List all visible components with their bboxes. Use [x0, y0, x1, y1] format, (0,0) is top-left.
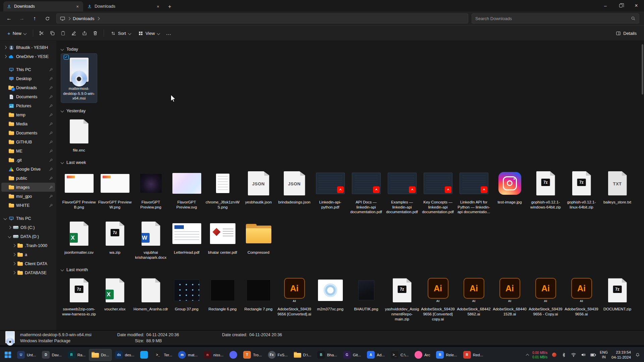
- battery-icon[interactable]: [590, 352, 596, 358]
- share-button[interactable]: [79, 27, 90, 39]
- file-tile[interactable]: Group 37.png: [169, 274, 205, 313]
- new-button[interactable]: + New: [4, 27, 30, 39]
- file-tile[interactable]: Homem_Aranha.cdr: [133, 274, 169, 313]
- file-tile[interactable]: Rectangle 7.png: [240, 274, 276, 313]
- taskbar-item-vscode[interactable]: [138, 349, 151, 361]
- back-button[interactable]: ←: [3, 13, 15, 24]
- taskbar-item-rambox[interactable]: RRa...: [65, 349, 88, 361]
- file-tile[interactable]: AiAIAdobeStock_594399656 [Converted] cop…: [420, 274, 456, 323]
- hidden-icons-chevron[interactable]: [526, 354, 529, 357]
- wifi-icon[interactable]: [571, 352, 577, 358]
- file-tile[interactable]: Examples — linkedin-api documentation.pd…: [384, 167, 420, 216]
- volume-icon[interactable]: [580, 352, 586, 358]
- sidebar-item-msi-gpo[interactable]: msi_gpo: [1, 192, 55, 201]
- tab-close-icon[interactable]: ×: [155, 3, 161, 9]
- new-tab-button[interactable]: +: [165, 2, 174, 11]
- sidebar-item-github[interactable]: GITHUB: [1, 137, 55, 146]
- file-tile[interactable]: AiAIAdobeStock_594399656 [Converted].ai: [276, 274, 312, 318]
- search-input[interactable]: [475, 16, 631, 21]
- pin-icon[interactable]: [49, 131, 53, 135]
- chevron-right-icon[interactable]: [12, 244, 16, 247]
- file-tile[interactable]: ✓mattermost-desktop-5.9.0-win-x64.msi: [61, 54, 97, 103]
- file-tile[interactable]: Key Concepts — linkedin-api documentatio…: [420, 167, 456, 216]
- pin-icon[interactable]: [49, 167, 53, 171]
- chevron-right-icon[interactable]: [12, 271, 16, 275]
- sort-button[interactable]: Sort: [107, 27, 134, 39]
- pin-icon[interactable]: [49, 140, 53, 144]
- pin-icon[interactable]: [49, 95, 53, 99]
- copy-button[interactable]: [47, 27, 57, 39]
- sidebar-item-temp[interactable]: temp: [1, 110, 55, 119]
- close-button[interactable]: ×: [629, 0, 644, 11]
- file-tile[interactable]: JSONbrindadesings.json: [276, 167, 312, 206]
- file-tile[interactable]: LinkedIn API for Python — linkedin-api d…: [456, 167, 492, 216]
- taskbar-item-davinci[interactable]: DDav...: [39, 349, 64, 361]
- pin-icon[interactable]: [49, 68, 53, 72]
- pin-icon[interactable]: [49, 203, 53, 207]
- file-tile[interactable]: 7zwa.zip: [97, 218, 133, 257]
- explorer-tab[interactable]: Downloads×: [84, 1, 164, 11]
- group-header[interactable]: Last week: [61, 158, 642, 167]
- notification-bell-icon[interactable]: [635, 352, 641, 358]
- tray-app-icon[interactable]: [551, 352, 557, 358]
- file-tile[interactable]: 7zgophish-v0.12.1-linux-64bit.zip: [564, 167, 599, 211]
- taskbar-item-fxsound[interactable]: FxFxS...: [265, 349, 290, 361]
- file-tile[interactable]: 7zgophish-v0.12.1-windows-64bit.zip: [528, 167, 564, 211]
- taskbar-item-release[interactable]: RRele...: [433, 349, 460, 361]
- more-options-button[interactable]: …: [164, 27, 174, 39]
- file-tile[interactable]: Rectangle 6.png: [205, 274, 240, 313]
- group-header[interactable]: Last month: [61, 265, 642, 274]
- sidebar-item-public[interactable]: public: [1, 174, 55, 183]
- file-tile[interactable]: m2m377xc.png: [312, 274, 348, 313]
- file-tile[interactable]: 7zyashvidotdev_AssignmentRepo-main.zip: [384, 274, 420, 323]
- file-tile[interactable]: AiAIAdobeStock_594399656.ai: [564, 274, 599, 318]
- tree-item--trash-1000[interactable]: .Trash-1000: [1, 241, 55, 250]
- file-tile[interactable]: Xvoucher.xlsx: [97, 274, 133, 313]
- chevron-right-icon[interactable]: [4, 55, 7, 58]
- pin-icon[interactable]: [49, 86, 53, 90]
- taskbar-item-mattermost[interactable]: mmat...: [175, 349, 200, 361]
- pin-icon[interactable]: [49, 158, 53, 162]
- file-tile[interactable]: Linkedin-api-python.pdf: [312, 167, 348, 211]
- breadcrumb-downloads[interactable]: Downloads: [73, 16, 94, 21]
- taskbar-item-terminal[interactable]: >_Ter...: [151, 349, 175, 361]
- taskbar-item-adobe[interactable]: AAd...: [364, 349, 387, 361]
- chevron-right-icon[interactable]: [4, 46, 7, 49]
- tree-item-a[interactable]: a: [1, 250, 55, 259]
- pin-icon[interactable]: [49, 149, 53, 153]
- file-tile[interactable]: file.enc: [61, 115, 97, 155]
- chevron-down-icon[interactable]: [8, 235, 11, 238]
- address-bar[interactable]: Downloads: [56, 13, 468, 23]
- sidebar-item-desktop[interactable]: Desktop: [1, 74, 55, 83]
- sidebar-item-white[interactable]: WHITE: [1, 201, 55, 210]
- file-tile[interactable]: Compressed: [240, 218, 276, 257]
- file-tile[interactable]: FlavorGPT Preview.png: [133, 167, 169, 211]
- taskbar-item-discord[interactable]: [227, 349, 240, 361]
- explorer-tab[interactable]: Downloads×: [3, 1, 83, 11]
- sidebar-item-me[interactable]: ME: [1, 146, 55, 156]
- details-pane-button[interactable]: Details: [612, 27, 640, 39]
- file-tile[interactable]: test-image.jpg: [492, 167, 528, 206]
- taskbar-item-designer[interactable]: dsdes...: [112, 349, 137, 361]
- clock-widget[interactable]: 23:19:54 04-11-2024: [611, 350, 631, 360]
- pin-icon[interactable]: [49, 77, 53, 81]
- minimize-button[interactable]: –: [598, 0, 613, 11]
- taskbar-item-nissan[interactable]: nniss...: [201, 349, 226, 361]
- pin-icon[interactable]: [49, 194, 53, 198]
- file-tile[interactable]: Xjsonformatter.csv: [61, 218, 97, 257]
- group-header[interactable]: Today: [61, 44, 642, 54]
- file-tile[interactable]: API Docs — linkedin-api documentation.pd…: [348, 167, 384, 216]
- tree-item-this-pc[interactable]: This PC: [1, 214, 55, 223]
- tree-item-os-c-[interactable]: OS (C:): [1, 223, 55, 232]
- pin-icon[interactable]: [49, 185, 53, 189]
- language-indicator[interactable]: ENG IN: [600, 350, 608, 360]
- sidebar-item-google-drive[interactable]: Google Drive: [1, 165, 55, 174]
- taskbar-item-redis[interactable]: RRed...: [461, 349, 486, 361]
- sidebar-account-person[interactable]: Bhautik - YESBH: [1, 43, 55, 52]
- file-tile[interactable]: BHAUTIK.png: [348, 274, 384, 313]
- sidebar-item-documents[interactable]: Documents: [1, 128, 55, 137]
- file-tile[interactable]: FlavorGPT Preview W.png: [97, 167, 133, 211]
- rename-button[interactable]: [69, 27, 79, 39]
- taskbar-item-file-explorer[interactable]: Do...: [89, 349, 112, 361]
- start-button[interactable]: [2, 349, 14, 361]
